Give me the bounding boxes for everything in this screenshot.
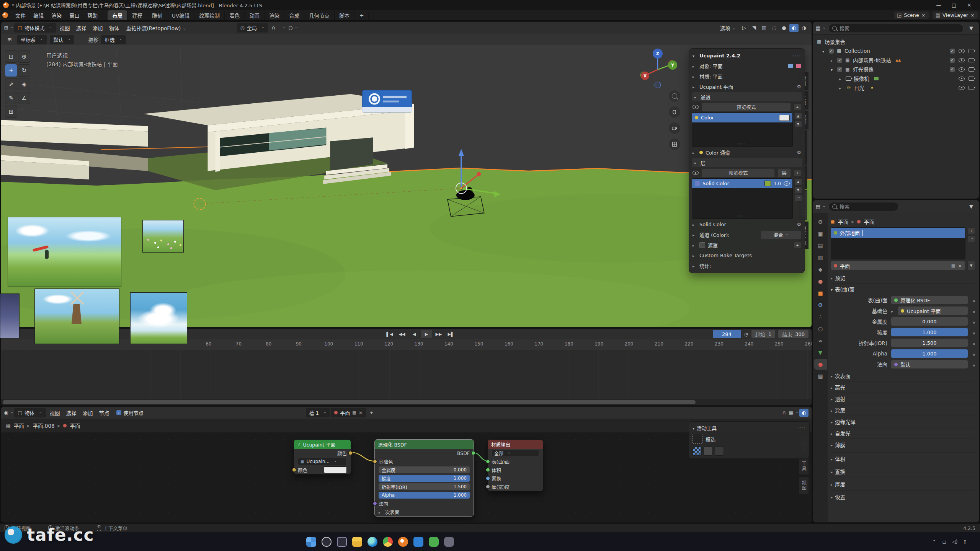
tab-viewlayer[interactable]: ▥ [814, 252, 827, 263]
group-datablock-selector[interactable]: ▦Ucupain... [298, 458, 347, 465]
input-socket[interactable] [486, 476, 490, 481]
tab-particles[interactable]: ∴ [814, 311, 827, 322]
zoom-icon[interactable] [669, 90, 680, 102]
breadcrumb-material[interactable]: 平面 [864, 218, 874, 225]
roughness-slider[interactable]: 糙度1.000 [379, 475, 470, 482]
move-down-icon[interactable]: ▼ [794, 121, 802, 127]
clock-icon[interactable]: ◔ [744, 331, 748, 337]
chat-app-icon[interactable] [429, 537, 439, 547]
shader-menu-item[interactable]: 节点 [96, 408, 113, 418]
input-socket-color[interactable] [292, 468, 296, 472]
slot-name-field[interactable]: 外部地面 [840, 229, 860, 236]
move-tool[interactable]: + [5, 64, 17, 77]
disable-render-icon[interactable] [969, 77, 974, 81]
channels-section-header[interactable]: 通道 [692, 92, 802, 101]
preview-mode-button[interactable]: 预览模式 [701, 103, 791, 112]
ucupaint-tree-row[interactable]: Ucupaint 平面 [692, 82, 802, 91]
slot-specials-button[interactable] [967, 235, 975, 242]
output-socket[interactable] [471, 451, 475, 455]
collapsed-section[interactable]: 次表面 [831, 370, 975, 381]
collapsed-section[interactable]: 薄膜 [831, 439, 975, 450]
camera-view-icon[interactable] [669, 122, 680, 134]
collapsed-section[interactable]: 涂层 [831, 404, 975, 416]
workspace-tab[interactable]: 布局 [108, 10, 127, 20]
transform-orientation-dropdown[interactable]: ◎全局 [237, 23, 268, 33]
input-socket[interactable] [373, 460, 377, 464]
tab-texture[interactable]: ▩ [814, 371, 827, 381]
timeline-ruler[interactable]: 6070809010011012013014015016017018019020… [1, 339, 812, 350]
add-cube-tool[interactable]: ⊞ [5, 106, 17, 118]
material-slot-dropdown[interactable]: 槽 1 [306, 408, 330, 417]
shader-editor-type-icon[interactable]: ◉ [4, 409, 13, 417]
surface-shader-button[interactable]: 原理化 BSDF [891, 296, 968, 304]
workspace-tab[interactable]: 合成 [284, 10, 304, 20]
fake-user-icon[interactable]: ▦ [951, 263, 955, 268]
tray-expand-icon[interactable]: ⌃ [932, 539, 936, 544]
outliner-row-camera[interactable]: 摄像机 [814, 74, 978, 83]
gear-icon[interactable] [797, 150, 801, 155]
timeline-tracks[interactable] [1, 350, 812, 399]
color-channel-subpanel[interactable]: Color 通道 [692, 148, 802, 157]
active-tool-row[interactable]: 框选 [693, 434, 806, 444]
edge-browser-icon[interactable] [368, 537, 377, 547]
material-slot-list[interactable]: 外部地面 [831, 227, 965, 259]
workspace-tab[interactable]: 着色 [225, 10, 245, 20]
checkbox-icon[interactable] [950, 67, 955, 72]
exclude-checkbox[interactable] [829, 49, 834, 54]
normal-button[interactable]: 默认 [891, 360, 968, 368]
search-icon[interactable] [322, 537, 332, 547]
tab-tool[interactable]: ⚙ [814, 217, 827, 227]
expand-icon[interactable] [891, 308, 895, 314]
wrench-icon[interactable] [797, 222, 801, 227]
tab-constraints[interactable]: ∞ [814, 335, 827, 346]
preview-eye-icon[interactable] [693, 105, 699, 109]
shader-sidebar-tab[interactable]: 视图 [799, 476, 808, 494]
axis-neg-z[interactable] [655, 82, 661, 88]
material-datablock[interactable]: 平面 ▦ [331, 408, 366, 417]
texture-slot-icon[interactable] [715, 447, 724, 456]
output-socket[interactable] [348, 451, 353, 455]
unlink-icon[interactable] [958, 263, 962, 269]
ior-slider[interactable]: 1.500 [891, 339, 968, 347]
layer-row-solid-color[interactable]: Solid Color 1.0 [692, 179, 792, 188]
exclude-checkbox[interactable] [837, 58, 842, 63]
prev-keyframe-button[interactable]: ◀◀ [396, 330, 408, 338]
editor-type-icon[interactable]: ⊞ [4, 24, 13, 32]
timeline-scrollbar[interactable] [1, 399, 812, 405]
input-socket[interactable] [486, 485, 490, 489]
tab-render[interactable]: ▣ [814, 228, 827, 239]
roughness-slider[interactable]: 1.000 [891, 328, 968, 336]
channel-color-swatch[interactable] [779, 115, 790, 121]
menu-item[interactable]: 窗口 [65, 10, 83, 20]
show-gizmo-icon[interactable]: ▷ [740, 24, 749, 32]
play-reverse-button[interactable]: ◀ [408, 330, 420, 338]
hide-eye-icon[interactable] [959, 86, 965, 90]
alpha-slider[interactable]: Alpha1.000 [379, 492, 470, 499]
layers-tab-button[interactable]: 层 [777, 168, 791, 178]
active-tool-header[interactable]: 活动工具:::: [693, 424, 806, 432]
shader-menu-item[interactable]: 选择 [63, 408, 80, 418]
checkbox-icon[interactable] [950, 58, 955, 63]
disable-render-icon[interactable] [969, 86, 974, 90]
outliner-row-interior-scene[interactable]: ▩内部场景-地铁站 ▲▲ [814, 55, 978, 65]
shading-rendered-icon[interactable]: ◑ [799, 24, 808, 32]
outliner-display-mode-icon[interactable]: ▦ [816, 24, 825, 33]
collapsed-section[interactable]: 设置 [831, 490, 975, 503]
start-button-icon[interactable] [306, 537, 316, 547]
texture-slot-icon[interactable] [693, 447, 702, 456]
add-slot-button[interactable] [967, 227, 975, 234]
outliner-row-collection[interactable]: ▩Collection [814, 46, 978, 55]
add-workspace-button[interactable]: + [355, 11, 369, 20]
tab-material[interactable]: ● [814, 359, 827, 370]
alpha-slider[interactable]: 1.000 [891, 349, 968, 358]
viewport-menu-item[interactable]: 视图 [57, 23, 73, 33]
frame-start-field[interactable]: 起始1 [751, 330, 775, 338]
layer-color-swatch[interactable] [764, 181, 771, 186]
navigation-gizmo[interactable]: Z Y X [637, 47, 679, 90]
ucupaint-object-row[interactable]: 对象: 平面 [692, 61, 802, 71]
shader-type-dropdown[interactable]: ▢物体 [14, 408, 46, 417]
move-up-icon[interactable]: ▲ [794, 178, 802, 185]
material-selector[interactable]: 平面 ▦ [831, 261, 965, 270]
tab-modifiers[interactable]: ⚙ [814, 300, 827, 310]
collapsed-section[interactable]: 透射 [831, 393, 975, 404]
